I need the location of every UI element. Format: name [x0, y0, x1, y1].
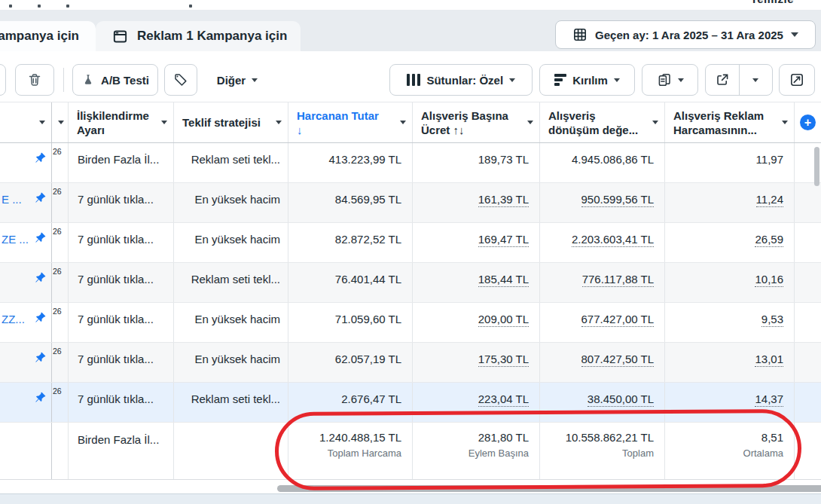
- reports-button[interactable]: [642, 64, 698, 96]
- roas-cell: 14,37: [665, 383, 795, 422]
- column-header-cost-per-purchase[interactable]: Alışveriş Başına Ücret ↑↓: [413, 102, 540, 142]
- footnote-cell: 26: [52, 143, 69, 182]
- charts-button[interactable]: [779, 64, 815, 96]
- ad-window-icon: [112, 29, 128, 44]
- chevron-down-icon[interactable]: [782, 121, 788, 124]
- more-button[interactable]: Diğer: [205, 64, 270, 96]
- bid-strategy-cell: En yüksek hacim: [174, 343, 288, 382]
- attribution-cell: 7 günlük tıkla...: [69, 183, 174, 222]
- delete-button[interactable]: [15, 64, 54, 96]
- campaign-name-cell: ZZ...: [0, 303, 52, 342]
- pin-icon[interactable]: [35, 152, 46, 163]
- chevron-down-icon[interactable]: [276, 121, 282, 124]
- columns-button[interactable]: Sütunlar: Özel: [389, 64, 533, 96]
- spacer-cell: [795, 263, 821, 302]
- chevron-down-icon: [614, 78, 620, 82]
- campaign-name-cell: E ...: [0, 183, 52, 222]
- cost-per-purchase-cell: 209,00 TL: [413, 303, 540, 342]
- column-header-conversion-value[interactable]: Alışveriş dönüşüm değe...: [540, 102, 665, 142]
- chevron-down-icon: [252, 78, 258, 82]
- attribution-cell: Birden Fazla İl...: [69, 143, 174, 182]
- table-row[interactable]: 26 7 günlük tıkla... Reklam seti tekl...…: [0, 263, 821, 303]
- export-button[interactable]: [706, 72, 739, 87]
- summary-cost-per-purchase-cell: 281,80 TL Eylem Başına: [413, 423, 540, 479]
- bid-strategy-cell: En yüksek hacim: [174, 303, 288, 342]
- cost-per-purchase-cell: 185,44 TL: [413, 263, 540, 302]
- date-range-button[interactable]: Geçen ay: 1 Ara 2025 – 31 Ara 2025: [555, 20, 816, 49]
- clipped-text-fragment: [189, 5, 192, 8]
- amount-spent-cell: 82.872,52 TL: [288, 223, 413, 262]
- reports-icon: [657, 72, 672, 87]
- campaign-name-cell: [0, 263, 52, 302]
- table-row[interactable]: ZE ... 26 7 günlük tıkla... En yüksek ha…: [0, 223, 821, 263]
- chevron-down-icon[interactable]: [400, 121, 406, 124]
- sort-descending-indicator[interactable]: ↓: [297, 123, 395, 137]
- footnote-cell: 26: [52, 263, 69, 302]
- column-header-flag[interactable]: [52, 102, 69, 142]
- chevron-down-icon[interactable]: [58, 121, 64, 124]
- campaign-name-cell: [0, 383, 52, 422]
- clipped-text-fragment: [9, 5, 12, 8]
- column-header-roas[interactable]: Alışveriş Reklam Harcamasının...: [665, 102, 795, 142]
- ads-manager-screen: Temizle Kampanya için Reklam 1 Kampanya …: [0, 0, 821, 504]
- roas-cell: 10,16: [665, 263, 795, 302]
- tab-campaign[interactable]: Kampanya için: [0, 21, 96, 51]
- conversion-value-cell: 38.450,00 TL: [540, 383, 665, 422]
- column-header-name[interactable]: [0, 102, 52, 142]
- conversion-value-cell: 807.427,50 TL: [540, 343, 665, 382]
- table-row[interactable]: ZZ... 26 7 günlük tıkla... En yüksek hac…: [0, 303, 821, 343]
- table-row[interactable]: 26 7 günlük tıkla... En yüksek hacim 62.…: [0, 343, 821, 383]
- vertical-scrollbar-thumb[interactable]: [814, 147, 819, 186]
- chevron-down-icon: [678, 78, 684, 82]
- footnote-cell: 26: [52, 183, 69, 222]
- tab-label: Kampanya için: [0, 29, 79, 44]
- clipped-toolbar-button[interactable]: [0, 64, 6, 96]
- calendar-grid-icon: [572, 27, 588, 42]
- bottom-panel-edge: [0, 493, 821, 504]
- summary-attribution-cell: Birden Fazla İl...: [69, 423, 174, 479]
- spacer-cell: [795, 223, 821, 262]
- conversion-value-cell: 4.945.086,86 TL: [540, 143, 665, 182]
- pin-icon[interactable]: [35, 272, 46, 283]
- chevron-down-icon[interactable]: [652, 121, 658, 124]
- campaign-name-cell: [0, 143, 52, 182]
- conversion-value-cell: 677.427,00 TL: [540, 303, 665, 342]
- columns-label: Sütunlar: Özel: [426, 74, 503, 87]
- export-icon: [715, 72, 730, 87]
- export-options-button[interactable]: [740, 78, 773, 82]
- chevron-down-icon[interactable]: [161, 121, 167, 124]
- column-header-bid-strategy[interactable]: Teklif stratejisi: [174, 102, 288, 142]
- pin-icon[interactable]: [35, 232, 46, 243]
- clipped-text-fragment: [38, 5, 41, 8]
- pin-icon[interactable]: [35, 352, 46, 363]
- bid-strategy-cell: En yüksek hacim: [174, 183, 288, 222]
- cost-per-purchase-cell: 161,39 TL: [413, 183, 540, 222]
- breakdown-label: Kırılım: [572, 74, 608, 87]
- tag-button[interactable]: [164, 64, 197, 96]
- ab-test-button[interactable]: A/B Testi: [72, 64, 158, 96]
- table-row-selected[interactable]: 26 7 günlük tıkla... Reklam seti tekl...…: [0, 383, 821, 423]
- chevron-down-icon: [752, 78, 758, 82]
- bid-strategy-cell: En yüksek hacim: [174, 223, 288, 262]
- attribution-cell: 7 günlük tıkla...: [69, 223, 174, 262]
- tab-ad-campaign-active[interactable]: Reklam 1 Kampanya için: [96, 21, 301, 51]
- clipped-action-label[interactable]: Temizle: [751, 0, 794, 5]
- summary-conversion-value-cell: 10.558.862,21 TL Toplam: [540, 423, 665, 479]
- horizontal-scrollbar-thumb[interactable]: [277, 485, 821, 492]
- pin-icon[interactable]: [35, 312, 46, 323]
- attribution-cell: 7 günlük tıkla...: [69, 263, 174, 302]
- table-row[interactable]: 26 Birden Fazla İl... Reklam seti tekl..…: [0, 143, 821, 183]
- attribution-cell: 7 günlük tıkla...: [69, 343, 174, 382]
- pin-icon[interactable]: [35, 392, 46, 403]
- chevron-down-icon[interactable]: [39, 121, 45, 124]
- table-row[interactable]: E ... 26 7 günlük tıkla... En yüksek hac…: [0, 183, 821, 223]
- chevron-down-icon[interactable]: [527, 121, 533, 124]
- summary-row: Birden Fazla İl... 1.240.488,15 TL Topla…: [0, 423, 821, 480]
- amount-spent-cell: 2.676,47 TL: [288, 383, 413, 422]
- add-column-button[interactable]: +: [800, 115, 816, 130]
- pin-icon[interactable]: [35, 192, 46, 203]
- column-header-attribution[interactable]: İlişkilendirme Ayarı: [69, 102, 174, 142]
- breakdown-button[interactable]: Kırılım: [539, 64, 635, 96]
- column-header-amount-spent[interactable]: Harcanan Tutar ↓: [288, 102, 413, 142]
- table-toolbar: A/B Testi Diğer Sütunlar: Özel Kırılım: [0, 51, 821, 102]
